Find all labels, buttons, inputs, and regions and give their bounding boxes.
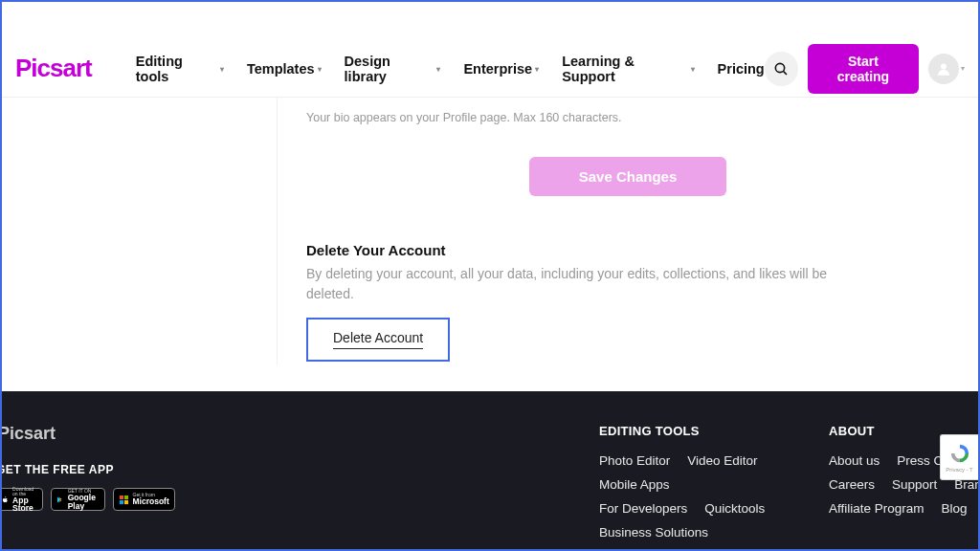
delete-account-button[interactable]: Delete Account [333, 330, 423, 349]
nav-templates[interactable]: Templates▾ [247, 61, 322, 77]
footer-editing-heading: EDITING TOOLS [599, 424, 771, 438]
footer-link-careers[interactable]: Careers [829, 477, 875, 492]
nav-design-library[interactable]: Design library▾ [345, 54, 441, 84]
top-navigation: Picsart Editing tools▾ Templates▾ Design… [2, 46, 978, 98]
footer-link-photo-editor[interactable]: Photo Editor [599, 453, 670, 468]
nav-pricing[interactable]: Pricing [718, 61, 765, 77]
chevron-down-icon: ▾ [318, 65, 322, 74]
recaptcha-badge[interactable]: Privacy - T [940, 434, 978, 480]
microsoft-store-badge[interactable]: Get it fromMicrosoft [113, 488, 175, 511]
nav-menu: Editing tools▾ Templates▾ Design library… [136, 54, 765, 84]
site-footer: Picsart GET THE FREE APP Download on the… [2, 391, 978, 549]
svg-point-2 [941, 63, 947, 69]
footer-logo[interactable]: Picsart [0, 424, 168, 444]
recaptcha-icon [949, 443, 970, 464]
google-play-badge[interactable]: GET IT ONGoogle Play [51, 488, 104, 511]
svg-rect-6 [123, 499, 127, 503]
chevron-down-icon: ▾ [961, 64, 965, 73]
footer-link-about-us[interactable]: About us [829, 453, 880, 468]
nav-learning-support[interactable]: Learning & Support▾ [562, 54, 694, 84]
svg-point-0 [776, 63, 785, 72]
footer-link-blog[interactable]: Blog [942, 501, 968, 516]
footer-link-for-developers[interactable]: For Developers [599, 501, 687, 516]
delete-account-section: Delete Your Account By deleting your acc… [306, 242, 949, 362]
footer-link-business-solutions[interactable]: Business Solutions [599, 525, 708, 540]
settings-sidebar [2, 98, 278, 365]
delete-heading: Delete Your Account [306, 242, 949, 258]
nav-editing-tools[interactable]: Editing tools▾ [136, 54, 224, 84]
app-store-badge[interactable]: Download on theApp Store [0, 488, 43, 511]
chevron-down-icon: ▾ [436, 65, 440, 74]
search-button[interactable] [765, 52, 798, 86]
start-creating-button[interactable]: Start creating [808, 44, 919, 94]
save-changes-button[interactable]: Save Changes [529, 157, 727, 196]
chevron-down-icon: ▾ [691, 65, 695, 74]
delete-description: By deleting your account, all your data,… [306, 264, 842, 304]
account-menu[interactable]: ▾ [928, 54, 965, 84]
microsoft-icon [119, 495, 129, 505]
svg-rect-3 [119, 495, 122, 498]
nav-enterprise[interactable]: Enterprise▾ [463, 61, 539, 77]
svg-line-1 [784, 71, 787, 74]
chevron-down-icon: ▾ [535, 65, 539, 74]
svg-rect-4 [123, 495, 127, 498]
bio-hint-text: Your bio appears on your Profile page. M… [306, 111, 949, 124]
footer-link-mobile-apps[interactable]: Mobile Apps [599, 477, 670, 492]
google-play-icon [56, 495, 63, 505]
footer-link-video-editor[interactable]: Video Editor [687, 453, 757, 468]
get-app-heading: GET THE FREE APP [0, 463, 168, 476]
delete-account-highlight: Delete Account [306, 318, 450, 362]
footer-link-quicktools[interactable]: Quicktools [704, 501, 765, 516]
footer-link-affiliate[interactable]: Affiliate Program [829, 501, 924, 516]
avatar-icon [928, 54, 959, 84]
chevron-down-icon: ▾ [220, 65, 224, 74]
search-icon [773, 61, 789, 77]
brand-logo[interactable]: Picsart [15, 54, 92, 83]
footer-link-support[interactable]: Support [892, 477, 937, 492]
main-content: Your bio appears on your Profile page. M… [2, 98, 978, 390]
apple-icon [2, 495, 9, 505]
svg-rect-5 [119, 499, 122, 503]
